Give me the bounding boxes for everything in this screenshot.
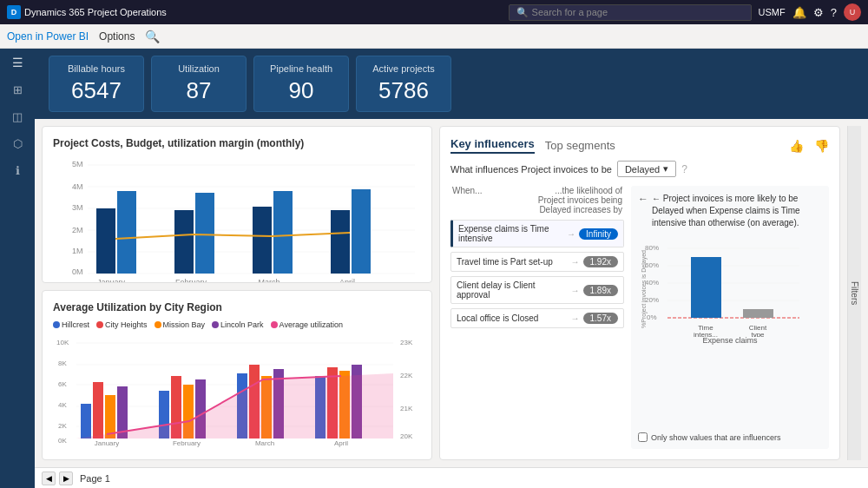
likelihood-header: ...the likelihood of Project invoices be… <box>536 186 622 214</box>
kpi-billable-label: Billable hours <box>63 63 129 74</box>
svg-rect-14 <box>174 210 194 274</box>
chart-x-subtitle: Expense claims <box>638 336 822 345</box>
combo-chart-area: 10K 8K 6K 4K 2K 0K 23K 22K 21K 20K <box>53 334 421 447</box>
next-page-button[interactable]: ▶ <box>59 472 73 485</box>
svg-text:2K: 2K <box>58 422 67 430</box>
svg-text:3M: 3M <box>72 203 83 212</box>
legend-city-heights: City Heights <box>96 320 148 329</box>
svg-text:22K: 22K <box>400 372 413 379</box>
svg-text:0M: 0M <box>72 267 83 276</box>
svg-text:5M: 5M <box>72 160 83 168</box>
influencer-badge-2: 1.89x <box>583 285 618 296</box>
kpi-active-label: Active projects <box>371 63 437 74</box>
search-icon-toolbar[interactable]: 🔍 <box>145 30 160 43</box>
help-question-icon: ? <box>681 163 687 175</box>
influencer-item-2[interactable]: Client delay is Client approval → 1.89x <box>450 276 624 304</box>
settings-icon[interactable]: ⚙ <box>813 6 824 19</box>
svg-text:January: January <box>97 278 126 283</box>
svg-text:0K: 0K <box>58 437 67 445</box>
influencer-label-1: Travel time is Part set-up <box>457 257 568 267</box>
global-search[interactable]: 🔍 Search for a page <box>509 4 752 21</box>
detail-chart-svg: 80% 60% 40% 20% 0% <box>638 241 822 337</box>
search-icon: 🔍 <box>516 7 529 18</box>
sidebar-icon-home[interactable]: ⊞ <box>13 83 23 96</box>
kpi-utilization-label: Utilization <box>166 63 232 74</box>
svg-rect-17 <box>273 191 293 274</box>
prev-page-button[interactable]: ◀ <box>42 472 56 485</box>
svg-rect-13 <box>117 191 136 274</box>
arrow-icon-2: → <box>571 286 580 295</box>
detail-explanation-text: ← Project invoices is more likely to be … <box>652 193 822 229</box>
svg-text:%Project invoices is Delayed: %Project invoices is Delayed <box>641 250 648 328</box>
svg-text:February: February <box>173 439 201 447</box>
svg-text:40%: 40% <box>645 279 659 287</box>
filters-sidebar[interactable]: Filters <box>847 126 861 460</box>
tab-key-influencers[interactable]: Key influencers <box>450 137 535 154</box>
detail-arrow-row: ← ← Project invoices is more likely to b… <box>638 193 822 236</box>
project-costs-title: Project Costs, Budget, utilization margi… <box>53 137 421 149</box>
svg-rect-39 <box>81 404 91 439</box>
kpi-billable-hours: Billable hours 6547 <box>49 56 144 112</box>
influencer-list-headers: When... ...the likelihood of Project inv… <box>450 186 624 214</box>
influencer-detail-panel: ← ← Project invoices is more likely to b… <box>631 186 829 449</box>
svg-text:April: April <box>334 439 348 447</box>
charts-area: Project Costs, Budget, utilization margi… <box>35 119 868 467</box>
kpi-pipeline: Pipeline health 90 <box>253 56 349 112</box>
kpi-pipeline-label: Pipeline health <box>268 63 334 74</box>
svg-rect-72 <box>743 309 773 318</box>
influencer-item-0[interactable]: Expense claims is Time intensive → Infin… <box>450 220 624 247</box>
delay-dropdown[interactable]: Delayed ▾ <box>617 161 676 177</box>
svg-rect-15 <box>195 193 214 274</box>
app-icon: D <box>7 5 21 19</box>
influencer-item-3[interactable]: Local office is Closed → 1.57x <box>450 308 624 328</box>
svg-rect-12 <box>96 208 115 274</box>
influencer-label-2: Client delay is Client approval <box>457 280 568 300</box>
back-arrow-icon: ← <box>638 193 648 205</box>
sidebar-icon-bookmark[interactable]: ◫ <box>12 110 23 123</box>
sidebar-icon-menu[interactable]: ☰ <box>12 56 23 69</box>
sidebar-icon-apps[interactable]: ⬡ <box>13 137 23 150</box>
main-content: Billable hours 6547 Utilization 87 Pipel… <box>35 49 868 488</box>
legend-lincoln-park: Lincoln Park <box>212 320 264 329</box>
utilization-chart: Average Utilization by City Region Hillc… <box>42 290 432 460</box>
svg-text:March: March <box>255 439 274 447</box>
kpi-utilization-value: 87 <box>166 77 232 104</box>
help-icon[interactable]: ? <box>831 6 837 19</box>
thumbs-up-icon[interactable]: 👍 <box>789 139 804 153</box>
svg-text:4M: 4M <box>72 182 83 191</box>
svg-text:20%: 20% <box>645 296 659 304</box>
search-placeholder: Search for a page <box>532 7 608 17</box>
sidebar: ☰ ⊞ ◫ ⬡ ℹ <box>0 49 35 488</box>
influencer-checkbox[interactable] <box>638 432 648 442</box>
arrow-icon-1: → <box>571 257 580 267</box>
svg-text:February: February <box>175 278 207 283</box>
svg-text:21K: 21K <box>400 405 413 412</box>
combo-chart-svg: 10K 8K 6K 4K 2K 0K 23K 22K 21K 20K <box>53 334 421 447</box>
tab-top-segments[interactable]: Top segments <box>545 139 615 152</box>
svg-rect-40 <box>93 382 103 439</box>
influencer-list: When... ...the likelihood of Project inv… <box>450 186 624 449</box>
influencer-item-1[interactable]: Travel time is Part set-up → 1.92x <box>450 252 624 272</box>
kpi-pipeline-value: 90 <box>268 77 334 104</box>
svg-text:10K: 10K <box>56 339 69 346</box>
options-button[interactable]: Options <box>99 30 135 43</box>
legend-hillcrest: Hillcrest <box>53 320 89 329</box>
avatar[interactable]: U <box>844 3 861 21</box>
svg-rect-41 <box>105 395 115 439</box>
svg-text:60%: 60% <box>645 261 659 269</box>
bar-chart-area: 5M 4M 3M 2M 1M 0M <box>53 156 421 283</box>
svg-rect-71 <box>691 257 721 318</box>
notification-icon[interactable]: 🔔 <box>792 6 806 19</box>
sidebar-icon-info[interactable]: ℹ <box>16 164 20 177</box>
kpi-billable-value: 6547 <box>63 77 129 104</box>
svg-text:2M: 2M <box>72 226 83 234</box>
detail-chart-area: 80% 60% 40% 20% 0% <box>638 241 822 427</box>
svg-text:20K: 20K <box>400 432 413 440</box>
utilization-title: Average Utilization by City Region <box>53 301 421 313</box>
thumbs-down-icon[interactable]: 👎 <box>814 139 829 153</box>
influencer-label-3: Local office is Closed <box>457 313 568 323</box>
legend-avg-utilization: Average utilization <box>271 320 343 329</box>
open-power-bi-button[interactable]: Open in Power BI <box>7 30 89 43</box>
dropdown-chevron: ▾ <box>663 163 668 175</box>
kpi-bar: Billable hours 6547 Utilization 87 Pipel… <box>35 49 868 119</box>
